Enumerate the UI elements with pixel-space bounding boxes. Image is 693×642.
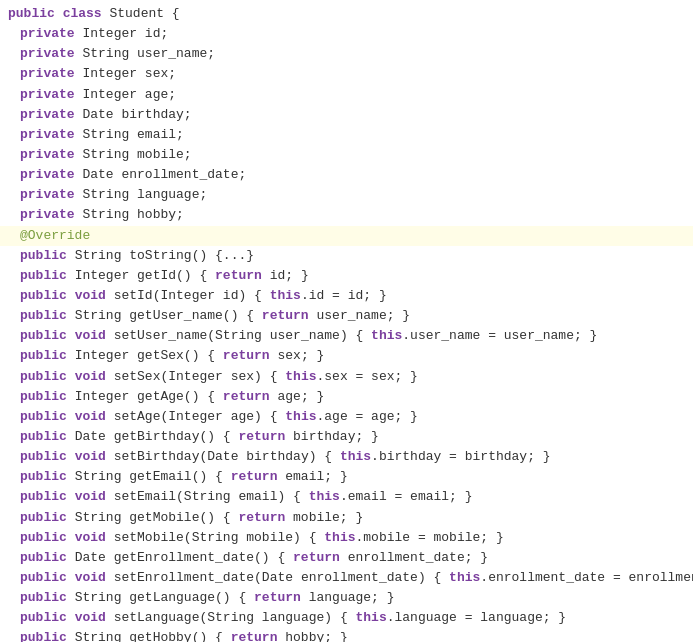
line-18-content: public Integer getSex() { return sex; } — [0, 346, 324, 366]
code-line-26: public String getMobile() { return mobil… — [0, 508, 693, 528]
code-line-20: public Integer getAge() { return age; } — [0, 387, 693, 407]
code-line-25: public void setEmail(String email) { thi… — [0, 487, 693, 507]
code-line-3: private String user_name; — [0, 44, 693, 64]
line-20-content: public Integer getAge() { return age; } — [0, 387, 324, 407]
code-line-32: public String getHobby() { return hobby;… — [0, 628, 693, 642]
code-line-29: public void setEnrollment_date(Date enro… — [0, 568, 693, 588]
code-line-12: @Override — [0, 226, 693, 246]
code-editor: public class Student { private Integer i… — [0, 0, 693, 642]
line-15-content: public void setId(Integer id) { this.id … — [0, 286, 387, 306]
code-line-15: public void setId(Integer id) { this.id … — [0, 286, 693, 306]
line-6-content: private Date birthday; — [0, 105, 192, 125]
line-1-content: public class Student { — [0, 4, 180, 24]
line-17-content: public void setUser_name(String user_nam… — [0, 326, 597, 346]
line-32-content: public String getHobby() { return hobby;… — [0, 628, 348, 642]
code-line-18: public Integer getSex() { return sex; } — [0, 346, 693, 366]
line-5-content: private Integer age; — [0, 85, 176, 105]
line-19-content: public void setSex(Integer sex) { this.s… — [0, 367, 418, 387]
line-28-content: public Date getEnrollment_date() { retur… — [0, 548, 488, 568]
line-29-content: public void setEnrollment_date(Date enro… — [0, 568, 693, 588]
code-line-9: private Date enrollment_date; — [0, 165, 693, 185]
code-line-5: private Integer age; — [0, 85, 693, 105]
code-line-22: public Date getBirthday() { return birth… — [0, 427, 693, 447]
code-line-30: public String getLanguage() { return lan… — [0, 588, 693, 608]
line-21-content: public void setAge(Integer age) { this.a… — [0, 407, 418, 427]
line-2-content: private Integer id; — [0, 24, 168, 44]
code-line-11: private String hobby; — [0, 205, 693, 225]
code-line-19: public void setSex(Integer sex) { this.s… — [0, 367, 693, 387]
code-line-21: public void setAge(Integer age) { this.a… — [0, 407, 693, 427]
code-line-2: private Integer id; — [0, 24, 693, 44]
line-7-content: private String email; — [0, 125, 184, 145]
line-23-content: public void setBirthday(Date birthday) {… — [0, 447, 551, 467]
line-14-content: public Integer getId() { return id; } — [0, 266, 309, 286]
code-line-7: private String email; — [0, 125, 693, 145]
line-11-content: private String hobby; — [0, 205, 184, 225]
code-line-16: public String getUser_name() { return us… — [0, 306, 693, 326]
line-16-content: public String getUser_name() { return us… — [0, 306, 410, 326]
code-line-23: public void setBirthday(Date birthday) {… — [0, 447, 693, 467]
code-line-4: private Integer sex; — [0, 64, 693, 84]
code-line-27: public void setMobile(String mobile) { t… — [0, 528, 693, 548]
line-9-content: private Date enrollment_date; — [0, 165, 246, 185]
line-30-content: public String getLanguage() { return lan… — [0, 588, 395, 608]
line-10-content: private String language; — [0, 185, 207, 205]
line-27-content: public void setMobile(String mobile) { t… — [0, 528, 504, 548]
code-line-1: public class Student { — [0, 4, 693, 24]
line-25-content: public void setEmail(String email) { thi… — [0, 487, 473, 507]
line-3-content: private String user_name; — [0, 44, 215, 64]
line-26-content: public String getMobile() { return mobil… — [0, 508, 363, 528]
code-line-14: public Integer getId() { return id; } — [0, 266, 693, 286]
line-24-content: public String getEmail() { return email;… — [0, 467, 348, 487]
code-line-31: public void setLanguage(String language)… — [0, 608, 693, 628]
code-line-24: public String getEmail() { return email;… — [0, 467, 693, 487]
line-8-content: private String mobile; — [0, 145, 192, 165]
line-4-content: private Integer sex; — [0, 64, 176, 84]
code-line-10: private String language; — [0, 185, 693, 205]
code-line-8: private String mobile; — [0, 145, 693, 165]
line-31-content: public void setLanguage(String language)… — [0, 608, 566, 628]
line-13-content: public String toString() {...} — [0, 246, 254, 266]
line-22-content: public Date getBirthday() { return birth… — [0, 427, 379, 447]
line-12-content: @Override — [0, 226, 90, 246]
code-line-28: public Date getEnrollment_date() { retur… — [0, 548, 693, 568]
code-line-17: public void setUser_name(String user_nam… — [0, 326, 693, 346]
code-line-13: public String toString() {...} — [0, 246, 693, 266]
code-line-6: private Date birthday; — [0, 105, 693, 125]
